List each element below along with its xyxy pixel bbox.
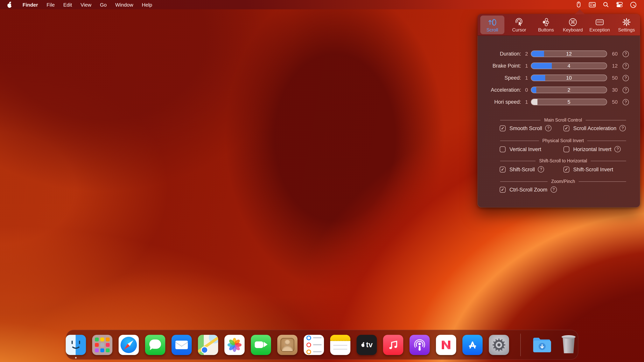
shortcuts-window-icon[interactable]: ⌘ (585, 0, 599, 9)
slider-track-speed[interactable]: 10 (531, 75, 607, 81)
dock-maps[interactable] (198, 335, 218, 355)
dock-contacts[interactable] (277, 335, 298, 355)
dock-safari[interactable] (118, 335, 139, 355)
checkbox-label: Shift-Scroll (510, 167, 535, 172)
divider-line (578, 181, 626, 181)
option-scroll-acceleration[interactable]: ✓Scroll Acceleration? (564, 124, 626, 133)
slider-value: 5 (531, 99, 607, 105)
menu-view[interactable]: View (76, 0, 96, 9)
section-title: Zoom/Pinch (551, 179, 575, 184)
dock-music[interactable] (383, 335, 403, 355)
divider-line (590, 161, 626, 161)
dock-tv[interactable]: tv (356, 335, 377, 355)
checkbox-label: Scroll Acceleration (573, 125, 616, 131)
slider-label: Speed: (478, 75, 521, 81)
slider-value: 4 (531, 63, 607, 69)
menu-finder[interactable]: Finder (18, 0, 42, 9)
dock-finder[interactable] (66, 335, 86, 355)
tab-settings[interactable]: Settings (614, 15, 638, 34)
dock-photos[interactable] (224, 335, 244, 355)
section-title: Physical Scroll Invert (542, 138, 584, 143)
divider-line (588, 140, 626, 141)
slider-track-acceleration[interactable]: 2 (531, 87, 607, 93)
menu-help[interactable]: Help (138, 0, 156, 9)
keyboard-tab-icon: ⌘ (568, 17, 578, 27)
dock-news[interactable] (436, 335, 456, 355)
dock-trash[interactable] (559, 335, 579, 355)
checkbox-horizontal-invert[interactable] (564, 146, 569, 152)
slider-label: Brake Point: (478, 63, 521, 69)
slider-min: 0 (523, 87, 530, 93)
menu-edit[interactable]: Edit (59, 0, 76, 9)
spotlight-icon[interactable] (599, 0, 612, 9)
help-button[interactable]: ? (538, 166, 544, 173)
checkbox-scroll-acceleration[interactable]: ✓ (564, 125, 569, 131)
checkbox-ctrl-scroll-zoom[interactable]: ✓ (500, 187, 506, 192)
dock-launchpad[interactable] (92, 335, 112, 355)
menu-go[interactable]: Go (96, 0, 111, 9)
apple-menu[interactable] (0, 0, 14, 9)
divider-line (500, 120, 541, 120)
apple-icon (7, 2, 12, 7)
control-center-icon[interactable] (612, 0, 626, 9)
dock-app-store[interactable] (462, 335, 482, 355)
dock-system-settings[interactable] (489, 335, 509, 355)
slider-row-acceleration: Acceleration:0230? (478, 84, 640, 96)
option-shift-scroll-invert[interactable]: ✓Shift-Scroll Invert (564, 165, 613, 174)
tab-exception[interactable]: Exception (588, 15, 612, 34)
checkbox-shift-scroll[interactable]: ✓ (500, 167, 506, 172)
option-shift-scroll[interactable]: ✓Shift-Scroll? (500, 165, 544, 174)
tab-buttons[interactable]: Buttons (534, 15, 558, 34)
clock-icon[interactable] (626, 0, 640, 9)
dock-downloads[interactable] (532, 335, 552, 355)
section-header-main-scroll-control: Main Scroll Control (500, 117, 626, 123)
settings-tab-icon (622, 17, 632, 27)
mos-preferences-popover: ScrollCursorButtons⌘KeyboardExceptionSet… (478, 14, 640, 207)
slider-max: 50 (610, 99, 620, 105)
option-ctrl-scroll-zoom[interactable]: ✓Ctrl-Scroll Zoom? (500, 185, 557, 194)
slider-value: 2 (531, 87, 607, 93)
help-button[interactable]: ? (622, 63, 629, 69)
dock-facetime[interactable] (251, 335, 271, 355)
tab-scroll[interactable]: Scroll (480, 15, 504, 34)
help-button[interactable]: ? (550, 186, 557, 193)
help-button[interactable]: ? (622, 51, 629, 57)
slider-row-duration: Duration:21260? (478, 48, 640, 60)
checkbox-smooth-scroll[interactable]: ✓ (500, 125, 506, 131)
checkbox-shift-scroll-invert[interactable]: ✓ (564, 167, 569, 172)
help-button[interactable]: ? (545, 125, 552, 131)
checkbox-vertical-invert[interactable] (500, 146, 506, 152)
dock-mail[interactable] (172, 335, 192, 355)
menu-window[interactable]: Window (111, 0, 138, 9)
help-button[interactable]: ? (622, 99, 629, 105)
tab-cursor[interactable]: Cursor (507, 15, 531, 34)
tab-label: Exception (589, 27, 610, 32)
slider-track-hori-speed[interactable]: 5 (531, 99, 607, 105)
help-button[interactable]: ? (622, 87, 629, 93)
slider-label: Duration: (478, 51, 521, 57)
section-title: Shift-Scroll to Horizontal (539, 159, 587, 163)
buttons-tab-icon (541, 17, 551, 27)
option-smooth-scroll[interactable]: ✓Smooth Scroll? (500, 124, 552, 133)
tab-keyboard[interactable]: ⌘Keyboard (561, 15, 585, 34)
dock-notes[interactable] (330, 335, 350, 355)
dock: tv (66, 330, 578, 360)
help-button[interactable]: ? (620, 125, 626, 131)
slider-min: 1 (523, 99, 530, 105)
option-vertical-invert[interactable]: Vertical Invert (500, 145, 541, 154)
dock-podcasts[interactable] (410, 335, 430, 355)
slider-track-duration[interactable]: 12 (531, 50, 607, 57)
tab-label: Keyboard (563, 27, 583, 32)
menu-file[interactable]: File (42, 0, 59, 9)
help-button[interactable]: ? (615, 146, 621, 152)
help-button[interactable]: ? (622, 75, 629, 81)
checkbox-label: Shift-Scroll Invert (573, 167, 613, 172)
slider-track-brake-point[interactable]: 4 (531, 62, 607, 69)
mos-mouse-icon[interactable] (572, 0, 585, 9)
checkbox-label: Horizontal Invert (573, 146, 612, 152)
tab-bar: ScrollCursorButtons⌘KeyboardExceptionSet… (478, 14, 640, 36)
slider-max: 30 (610, 87, 620, 93)
option-horizontal-invert[interactable]: Horizontal Invert? (564, 145, 621, 154)
dock-messages[interactable] (145, 335, 165, 355)
dock-reminders[interactable] (304, 335, 324, 355)
